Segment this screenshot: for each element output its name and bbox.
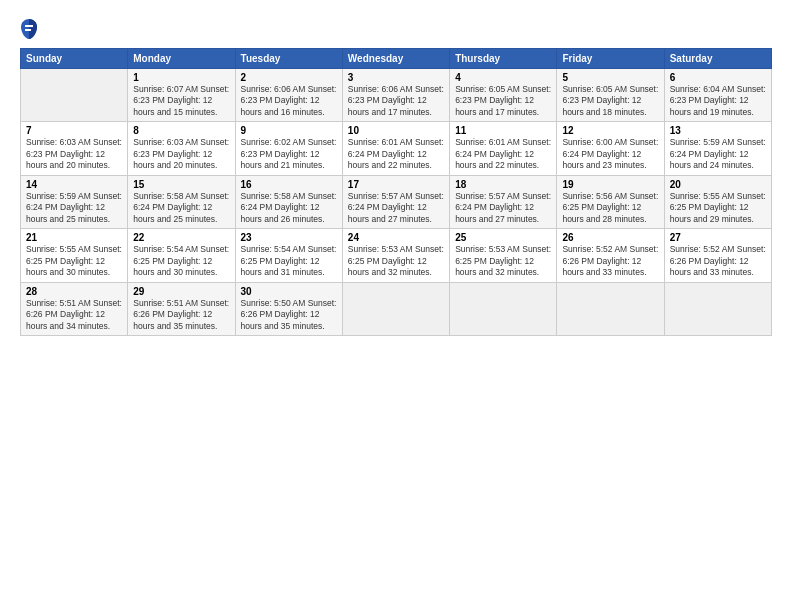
day-header: Friday — [557, 49, 664, 69]
week-row: 7Sunrise: 6:03 AM Sunset: 6:23 PM Daylig… — [21, 122, 772, 175]
week-row: 28Sunrise: 5:51 AM Sunset: 6:26 PM Dayli… — [21, 282, 772, 335]
day-number: 25 — [455, 232, 551, 243]
day-info: Sunrise: 6:00 AM Sunset: 6:24 PM Dayligh… — [562, 137, 658, 171]
day-info: Sunrise: 5:57 AM Sunset: 6:24 PM Dayligh… — [455, 191, 551, 225]
day-cell: 9Sunrise: 6:02 AM Sunset: 6:23 PM Daylig… — [235, 122, 342, 175]
day-number: 19 — [562, 179, 658, 190]
day-cell: 5Sunrise: 6:05 AM Sunset: 6:23 PM Daylig… — [557, 69, 664, 122]
day-number: 9 — [241, 125, 337, 136]
day-cell: 8Sunrise: 6:03 AM Sunset: 6:23 PM Daylig… — [128, 122, 235, 175]
day-number: 15 — [133, 179, 229, 190]
day-number: 7 — [26, 125, 122, 136]
day-info: Sunrise: 5:55 AM Sunset: 6:25 PM Dayligh… — [670, 191, 766, 225]
day-cell: 4Sunrise: 6:05 AM Sunset: 6:23 PM Daylig… — [450, 69, 557, 122]
day-info: Sunrise: 5:52 AM Sunset: 6:26 PM Dayligh… — [670, 244, 766, 278]
day-cell: 29Sunrise: 5:51 AM Sunset: 6:26 PM Dayli… — [128, 282, 235, 335]
day-info: Sunrise: 6:05 AM Sunset: 6:23 PM Dayligh… — [455, 84, 551, 118]
day-cell: 30Sunrise: 5:50 AM Sunset: 6:26 PM Dayli… — [235, 282, 342, 335]
day-cell: 6Sunrise: 6:04 AM Sunset: 6:23 PM Daylig… — [664, 69, 771, 122]
day-number: 12 — [562, 125, 658, 136]
day-number: 6 — [670, 72, 766, 83]
day-info: Sunrise: 5:56 AM Sunset: 6:25 PM Dayligh… — [562, 191, 658, 225]
day-number: 8 — [133, 125, 229, 136]
day-cell — [557, 282, 664, 335]
day-number: 20 — [670, 179, 766, 190]
day-number: 28 — [26, 286, 122, 297]
day-cell: 16Sunrise: 5:58 AM Sunset: 6:24 PM Dayli… — [235, 175, 342, 228]
day-info: Sunrise: 5:57 AM Sunset: 6:24 PM Dayligh… — [348, 191, 444, 225]
day-info: Sunrise: 5:52 AM Sunset: 6:26 PM Dayligh… — [562, 244, 658, 278]
day-info: Sunrise: 5:58 AM Sunset: 6:24 PM Dayligh… — [133, 191, 229, 225]
day-number: 3 — [348, 72, 444, 83]
day-header: Tuesday — [235, 49, 342, 69]
day-info: Sunrise: 6:01 AM Sunset: 6:24 PM Dayligh… — [348, 137, 444, 171]
week-row: 21Sunrise: 5:55 AM Sunset: 6:25 PM Dayli… — [21, 229, 772, 282]
header-row: SundayMondayTuesdayWednesdayThursdayFrid… — [21, 49, 772, 69]
day-number: 16 — [241, 179, 337, 190]
day-number: 23 — [241, 232, 337, 243]
day-number: 2 — [241, 72, 337, 83]
day-info: Sunrise: 5:54 AM Sunset: 6:25 PM Dayligh… — [133, 244, 229, 278]
day-cell: 3Sunrise: 6:06 AM Sunset: 6:23 PM Daylig… — [342, 69, 449, 122]
day-cell — [342, 282, 449, 335]
day-number: 17 — [348, 179, 444, 190]
day-cell: 19Sunrise: 5:56 AM Sunset: 6:25 PM Dayli… — [557, 175, 664, 228]
day-cell: 14Sunrise: 5:59 AM Sunset: 6:24 PM Dayli… — [21, 175, 128, 228]
page: SundayMondayTuesdayWednesdayThursdayFrid… — [0, 0, 792, 612]
day-info: Sunrise: 6:06 AM Sunset: 6:23 PM Dayligh… — [241, 84, 337, 118]
day-info: Sunrise: 6:07 AM Sunset: 6:23 PM Dayligh… — [133, 84, 229, 118]
day-number: 24 — [348, 232, 444, 243]
day-info: Sunrise: 5:55 AM Sunset: 6:25 PM Dayligh… — [26, 244, 122, 278]
day-cell: 28Sunrise: 5:51 AM Sunset: 6:26 PM Dayli… — [21, 282, 128, 335]
day-number: 13 — [670, 125, 766, 136]
day-cell: 10Sunrise: 6:01 AM Sunset: 6:24 PM Dayli… — [342, 122, 449, 175]
day-info: Sunrise: 6:03 AM Sunset: 6:23 PM Dayligh… — [133, 137, 229, 171]
day-cell: 27Sunrise: 5:52 AM Sunset: 6:26 PM Dayli… — [664, 229, 771, 282]
day-number: 27 — [670, 232, 766, 243]
day-header: Saturday — [664, 49, 771, 69]
day-cell: 20Sunrise: 5:55 AM Sunset: 6:25 PM Dayli… — [664, 175, 771, 228]
day-cell: 7Sunrise: 6:03 AM Sunset: 6:23 PM Daylig… — [21, 122, 128, 175]
day-number: 1 — [133, 72, 229, 83]
day-number: 5 — [562, 72, 658, 83]
day-cell — [664, 282, 771, 335]
day-cell: 23Sunrise: 5:54 AM Sunset: 6:25 PM Dayli… — [235, 229, 342, 282]
week-row: 1Sunrise: 6:07 AM Sunset: 6:23 PM Daylig… — [21, 69, 772, 122]
day-number: 29 — [133, 286, 229, 297]
day-cell: 24Sunrise: 5:53 AM Sunset: 6:25 PM Dayli… — [342, 229, 449, 282]
day-info: Sunrise: 5:50 AM Sunset: 6:26 PM Dayligh… — [241, 298, 337, 332]
week-row: 14Sunrise: 5:59 AM Sunset: 6:24 PM Dayli… — [21, 175, 772, 228]
day-info: Sunrise: 6:05 AM Sunset: 6:23 PM Dayligh… — [562, 84, 658, 118]
day-header: Sunday — [21, 49, 128, 69]
day-cell: 12Sunrise: 6:00 AM Sunset: 6:24 PM Dayli… — [557, 122, 664, 175]
day-info: Sunrise: 6:04 AM Sunset: 6:23 PM Dayligh… — [670, 84, 766, 118]
day-cell: 21Sunrise: 5:55 AM Sunset: 6:25 PM Dayli… — [21, 229, 128, 282]
day-cell: 1Sunrise: 6:07 AM Sunset: 6:23 PM Daylig… — [128, 69, 235, 122]
day-cell: 2Sunrise: 6:06 AM Sunset: 6:23 PM Daylig… — [235, 69, 342, 122]
day-info: Sunrise: 5:58 AM Sunset: 6:24 PM Dayligh… — [241, 191, 337, 225]
day-cell — [450, 282, 557, 335]
day-info: Sunrise: 5:51 AM Sunset: 6:26 PM Dayligh… — [26, 298, 122, 332]
day-info: Sunrise: 5:51 AM Sunset: 6:26 PM Dayligh… — [133, 298, 229, 332]
day-info: Sunrise: 5:59 AM Sunset: 6:24 PM Dayligh… — [26, 191, 122, 225]
day-number: 10 — [348, 125, 444, 136]
calendar-table: SundayMondayTuesdayWednesdayThursdayFrid… — [20, 48, 772, 336]
day-number: 14 — [26, 179, 122, 190]
day-cell: 11Sunrise: 6:01 AM Sunset: 6:24 PM Dayli… — [450, 122, 557, 175]
day-info: Sunrise: 6:01 AM Sunset: 6:24 PM Dayligh… — [455, 137, 551, 171]
day-cell: 22Sunrise: 5:54 AM Sunset: 6:25 PM Dayli… — [128, 229, 235, 282]
day-number: 11 — [455, 125, 551, 136]
day-info: Sunrise: 5:53 AM Sunset: 6:25 PM Dayligh… — [348, 244, 444, 278]
logo — [20, 18, 42, 40]
day-header: Thursday — [450, 49, 557, 69]
day-cell: 26Sunrise: 5:52 AM Sunset: 6:26 PM Dayli… — [557, 229, 664, 282]
day-info: Sunrise: 6:02 AM Sunset: 6:23 PM Dayligh… — [241, 137, 337, 171]
day-info: Sunrise: 5:53 AM Sunset: 6:25 PM Dayligh… — [455, 244, 551, 278]
day-number: 26 — [562, 232, 658, 243]
day-header: Monday — [128, 49, 235, 69]
header — [20, 18, 772, 40]
day-cell: 17Sunrise: 5:57 AM Sunset: 6:24 PM Dayli… — [342, 175, 449, 228]
day-number: 21 — [26, 232, 122, 243]
logo-icon — [20, 18, 38, 40]
day-info: Sunrise: 6:03 AM Sunset: 6:23 PM Dayligh… — [26, 137, 122, 171]
